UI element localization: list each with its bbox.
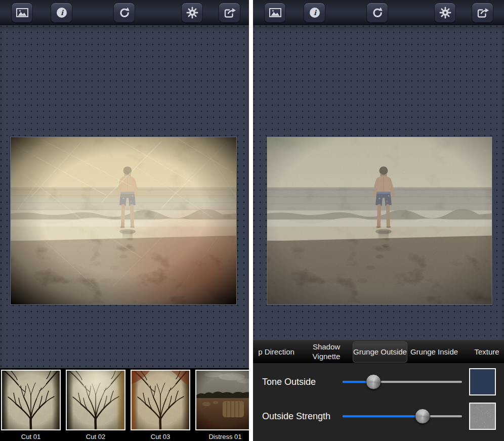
redo-arrow-icon	[371, 7, 384, 19]
settings-button[interactable]	[181, 3, 203, 23]
screen-right: i	[253, 0, 504, 441]
filter-thumb-cut-03[interactable]	[131, 370, 190, 430]
tone-outside-swatch[interactable]	[469, 368, 496, 395]
filter-thumb-distress-01[interactable]	[195, 370, 249, 430]
filter-thumb-cut-02[interactable]	[66, 370, 125, 430]
redo-button[interactable]	[113, 3, 135, 23]
filter-thumb-cut-01[interactable]	[1, 370, 61, 430]
tab-texture[interactable]: Texture	[470, 340, 504, 364]
gear-icon	[186, 7, 198, 19]
filter-label: Distress 01	[195, 433, 249, 440]
filter-label: Cut 03	[131, 433, 190, 440]
photos-icon	[16, 7, 29, 19]
toolbar-left: i	[0, 0, 249, 25]
photos-button[interactable]	[11, 3, 33, 23]
tab-shadow-vignette[interactable]: Shadow Vignette	[301, 340, 352, 364]
tab-grunge-outside[interactable]: Grunge Outside	[353, 341, 407, 363]
filter-label: Cut 01	[1, 433, 61, 440]
tone-outside-slider[interactable]	[343, 374, 462, 389]
photos-button[interactable]	[264, 3, 286, 23]
screenshot-pair: i	[0, 0, 504, 441]
share-icon	[223, 7, 236, 19]
info-button[interactable]: i	[304, 3, 325, 23]
slider-knob[interactable]	[366, 374, 381, 389]
photos-icon	[269, 7, 282, 19]
redo-arrow-icon	[118, 7, 131, 19]
photo-preview-grunge[interactable]	[10, 137, 237, 305]
tone-outside-label: Tone Outside	[262, 377, 316, 387]
info-icon: i	[309, 7, 321, 19]
outside-texture-swatch[interactable]	[469, 403, 496, 430]
slider-knob[interactable]	[415, 409, 430, 424]
share-button[interactable]	[472, 3, 493, 23]
screen-left: i	[0, 0, 249, 441]
slider-fill	[343, 415, 423, 417]
settings-button[interactable]	[434, 3, 456, 23]
toolbar-right: i	[253, 0, 504, 25]
grunge-outside-panel: Tone Outside Outside Strength	[253, 363, 504, 441]
tab-direction[interactable]: p Direction	[253, 340, 300, 364]
outside-strength-slider[interactable]	[343, 409, 462, 424]
info-button[interactable]: i	[51, 3, 72, 23]
gear-icon	[439, 7, 451, 19]
tab-grunge-inside[interactable]: Grunge Inside	[409, 340, 459, 364]
info-icon: i	[56, 7, 68, 19]
filter-filmstrip: Cut 01 Cut 02 Cut 03	[0, 368, 249, 441]
adjustment-tabbar: p Direction Shadow Vignette Grunge Outsi…	[253, 340, 504, 363]
share-icon	[476, 7, 489, 19]
outside-strength-label: Outside Strength	[262, 411, 330, 422]
filter-label: Cut 02	[66, 433, 125, 440]
photo-preview-clean[interactable]	[267, 137, 492, 305]
share-button[interactable]	[219, 3, 240, 23]
redo-button[interactable]	[366, 3, 388, 23]
